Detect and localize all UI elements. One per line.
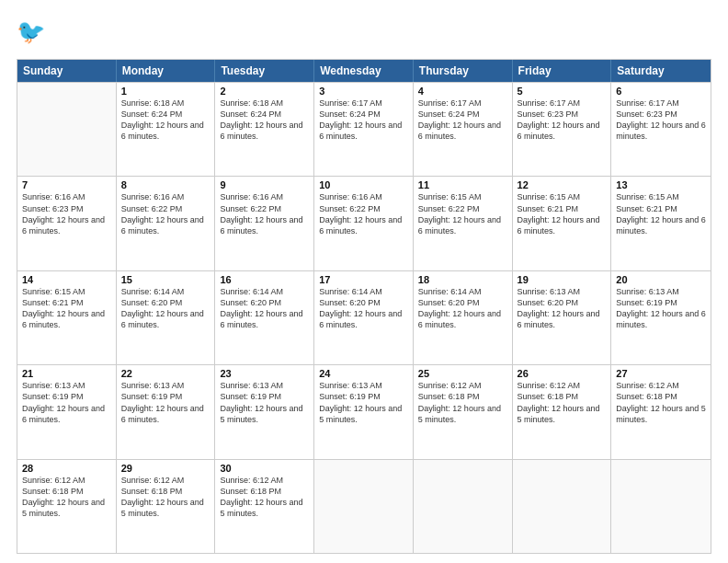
calendar-cell: 13Sunrise: 6:15 AMSunset: 6:21 PMDayligh… [611, 177, 711, 270]
calendar-cell: 29Sunrise: 6:12 AMSunset: 6:18 PMDayligh… [117, 460, 216, 553]
calendar-cell [611, 460, 711, 553]
day-number: 3 [319, 86, 408, 97]
cell-sun-info: Sunrise: 6:15 AMSunset: 6:22 PMDaylight:… [418, 191, 507, 236]
calendar-row-3: 14Sunrise: 6:15 AMSunset: 6:21 PMDayligh… [17, 270, 711, 364]
cell-sun-info: Sunrise: 6:13 AMSunset: 6:19 PMDaylight:… [616, 286, 706, 331]
day-number: 17 [319, 274, 408, 285]
day-number: 24 [319, 368, 408, 379]
day-number: 30 [220, 463, 309, 474]
cell-sun-info: Sunrise: 6:17 AMSunset: 6:23 PMDaylight:… [518, 98, 607, 143]
cell-sun-info: Sunrise: 6:14 AMSunset: 6:20 PMDaylight:… [418, 286, 507, 331]
day-number: 28 [22, 463, 111, 474]
calendar-cell: 16Sunrise: 6:14 AMSunset: 6:20 PMDayligh… [215, 271, 314, 364]
cell-sun-info: Sunrise: 6:15 AMSunset: 6:21 PMDaylight:… [22, 286, 111, 331]
calendar-cell: 24Sunrise: 6:13 AMSunset: 6:19 PMDayligh… [314, 365, 414, 458]
cell-sun-info: Sunrise: 6:18 AMSunset: 6:24 PMDaylight:… [220, 98, 309, 143]
calendar-cell: 25Sunrise: 6:12 AMSunset: 6:18 PMDayligh… [414, 365, 513, 458]
calendar-cell: 1Sunrise: 6:18 AMSunset: 6:24 PMDaylight… [117, 83, 216, 176]
calendar-cell: 8Sunrise: 6:16 AMSunset: 6:22 PMDaylight… [117, 177, 216, 270]
cell-sun-info: Sunrise: 6:13 AMSunset: 6:19 PMDaylight:… [319, 380, 408, 425]
calendar-cell: 17Sunrise: 6:14 AMSunset: 6:20 PMDayligh… [314, 271, 414, 364]
calendar-cell [17, 83, 117, 176]
cell-sun-info: Sunrise: 6:16 AMSunset: 6:22 PMDaylight:… [220, 191, 309, 236]
day-number: 12 [518, 179, 607, 190]
day-number: 10 [319, 179, 408, 190]
day-number: 27 [616, 368, 706, 379]
calendar-row-5: 28Sunrise: 6:12 AMSunset: 6:18 PMDayligh… [17, 459, 711, 553]
cell-sun-info: Sunrise: 6:14 AMSunset: 6:20 PMDaylight:… [319, 286, 408, 331]
day-number: 1 [121, 86, 210, 97]
calendar-body: 1Sunrise: 6:18 AMSunset: 6:24 PMDaylight… [17, 82, 711, 553]
cell-sun-info: Sunrise: 6:17 AMSunset: 6:24 PMDaylight:… [418, 98, 507, 143]
day-number: 6 [616, 86, 706, 97]
day-number: 8 [121, 179, 210, 190]
day-number: 29 [121, 463, 210, 474]
cell-sun-info: Sunrise: 6:13 AMSunset: 6:19 PMDaylight:… [121, 380, 210, 425]
cell-sun-info: Sunrise: 6:16 AMSunset: 6:22 PMDaylight:… [121, 191, 210, 236]
calendar-row-2: 7Sunrise: 6:16 AMSunset: 6:23 PMDaylight… [17, 176, 711, 270]
header-day-sunday: Sunday [17, 60, 117, 82]
calendar-cell: 23Sunrise: 6:13 AMSunset: 6:19 PMDayligh… [215, 365, 314, 458]
day-number: 21 [22, 368, 111, 379]
header: 🐦 [17, 17, 711, 50]
day-number: 19 [518, 274, 607, 285]
logo-icon: 🐦 [17, 17, 50, 50]
calendar-cell: 9Sunrise: 6:16 AMSunset: 6:22 PMDaylight… [215, 177, 314, 270]
calendar-cell [314, 460, 414, 553]
logo: 🐦 [17, 17, 53, 50]
day-number: 23 [220, 368, 309, 379]
cell-sun-info: Sunrise: 6:12 AMSunset: 6:18 PMDaylight:… [22, 475, 111, 520]
calendar-cell: 19Sunrise: 6:13 AMSunset: 6:20 PMDayligh… [513, 271, 612, 364]
cell-sun-info: Sunrise: 6:12 AMSunset: 6:18 PMDaylight:… [121, 475, 210, 520]
calendar: SundayMondayTuesdayWednesdayThursdayFrid… [17, 59, 711, 554]
cell-sun-info: Sunrise: 6:13 AMSunset: 6:20 PMDaylight:… [518, 286, 607, 331]
day-number: 11 [418, 179, 507, 190]
cell-sun-info: Sunrise: 6:18 AMSunset: 6:24 PMDaylight:… [121, 98, 210, 143]
cell-sun-info: Sunrise: 6:16 AMSunset: 6:23 PMDaylight:… [22, 191, 111, 236]
calendar-cell: 10Sunrise: 6:16 AMSunset: 6:22 PMDayligh… [314, 177, 414, 270]
calendar-cell: 18Sunrise: 6:14 AMSunset: 6:20 PMDayligh… [414, 271, 513, 364]
header-day-thursday: Thursday [414, 60, 513, 82]
calendar-cell [513, 460, 612, 553]
calendar-cell: 21Sunrise: 6:13 AMSunset: 6:19 PMDayligh… [17, 365, 117, 458]
calendar-cell: 6Sunrise: 6:17 AMSunset: 6:23 PMDaylight… [611, 83, 711, 176]
page: 🐦 SundayMondayTuesdayWednesdayThursdayFr… [0, 0, 728, 563]
day-number: 26 [518, 368, 607, 379]
header-day-friday: Friday [513, 60, 612, 82]
calendar-cell: 22Sunrise: 6:13 AMSunset: 6:19 PMDayligh… [117, 365, 216, 458]
header-day-wednesday: Wednesday [314, 60, 414, 82]
calendar-row-4: 21Sunrise: 6:13 AMSunset: 6:19 PMDayligh… [17, 364, 711, 458]
calendar-header: SundayMondayTuesdayWednesdayThursdayFrid… [17, 60, 711, 82]
calendar-cell: 7Sunrise: 6:16 AMSunset: 6:23 PMDaylight… [17, 177, 117, 270]
day-number: 7 [22, 179, 111, 190]
calendar-cell: 12Sunrise: 6:15 AMSunset: 6:21 PMDayligh… [513, 177, 612, 270]
calendar-cell [414, 460, 513, 553]
header-day-saturday: Saturday [611, 60, 711, 82]
day-number: 9 [220, 179, 309, 190]
calendar-cell: 4Sunrise: 6:17 AMSunset: 6:24 PMDaylight… [414, 83, 513, 176]
svg-text:🐦: 🐦 [17, 17, 46, 46]
calendar-row-1: 1Sunrise: 6:18 AMSunset: 6:24 PMDaylight… [17, 82, 711, 176]
day-number: 22 [121, 368, 210, 379]
day-number: 25 [418, 368, 507, 379]
day-number: 2 [220, 86, 309, 97]
calendar-cell: 11Sunrise: 6:15 AMSunset: 6:22 PMDayligh… [414, 177, 513, 270]
cell-sun-info: Sunrise: 6:15 AMSunset: 6:21 PMDaylight:… [616, 191, 706, 236]
header-day-tuesday: Tuesday [215, 60, 314, 82]
calendar-cell: 5Sunrise: 6:17 AMSunset: 6:23 PMDaylight… [513, 83, 612, 176]
day-number: 18 [418, 274, 507, 285]
day-number: 13 [616, 179, 706, 190]
day-number: 20 [616, 274, 706, 285]
calendar-cell: 3Sunrise: 6:17 AMSunset: 6:24 PMDaylight… [314, 83, 414, 176]
calendar-cell: 20Sunrise: 6:13 AMSunset: 6:19 PMDayligh… [611, 271, 711, 364]
cell-sun-info: Sunrise: 6:15 AMSunset: 6:21 PMDaylight:… [518, 191, 607, 236]
cell-sun-info: Sunrise: 6:13 AMSunset: 6:19 PMDaylight:… [22, 380, 111, 425]
cell-sun-info: Sunrise: 6:14 AMSunset: 6:20 PMDaylight:… [121, 286, 210, 331]
cell-sun-info: Sunrise: 6:16 AMSunset: 6:22 PMDaylight:… [319, 191, 408, 236]
calendar-cell: 2Sunrise: 6:18 AMSunset: 6:24 PMDaylight… [215, 83, 314, 176]
day-number: 15 [121, 274, 210, 285]
day-number: 5 [518, 86, 607, 97]
calendar-cell: 27Sunrise: 6:12 AMSunset: 6:18 PMDayligh… [611, 365, 711, 458]
header-day-monday: Monday [117, 60, 216, 82]
cell-sun-info: Sunrise: 6:12 AMSunset: 6:18 PMDaylight:… [518, 380, 607, 425]
